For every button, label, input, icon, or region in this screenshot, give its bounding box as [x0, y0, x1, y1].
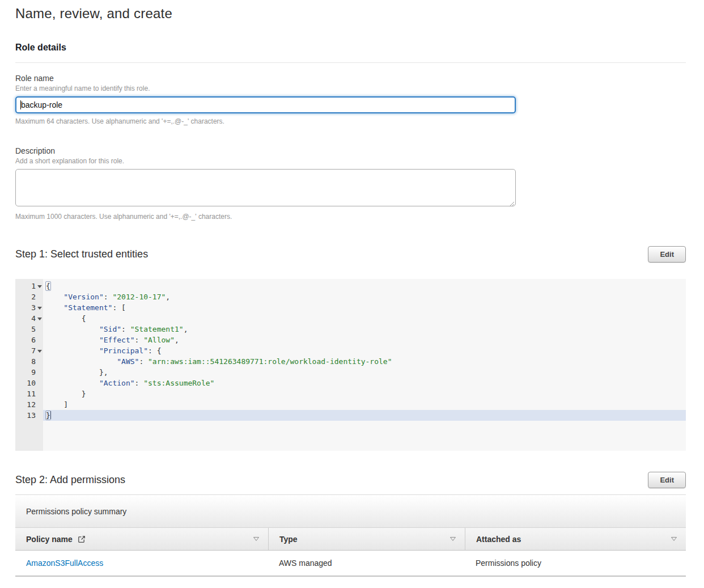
code-line[interactable]: 3 "Statement": [ [15, 302, 686, 313]
policy-type-cell: AWS managed [268, 559, 465, 568]
table-row: AmazonS3FullAccess AWS managed Permissio… [15, 551, 686, 577]
line-number: 4 [15, 313, 43, 324]
code-line[interactable]: 12 ] [15, 399, 686, 410]
role-details-heading: Role details [15, 43, 686, 53]
divider [15, 62, 686, 63]
role-name-constraint: Maximum 64 characters. Use alphanumeric … [15, 117, 686, 125]
code-line[interactable]: 5 "Sid": "Statement1", [15, 324, 686, 335]
code-line[interactable]: 13} [15, 410, 686, 421]
code-text: { [43, 281, 686, 291]
code-text: }, [43, 367, 686, 378]
code-text: } [43, 410, 686, 421]
fold-arrow-icon[interactable] [37, 307, 42, 310]
step2-heading: Step 2: Add permissions [15, 474, 125, 486]
line-number: 13 [15, 410, 43, 421]
step1-header-row: Step 1: Select trusted entities Edit [15, 246, 686, 263]
line-number: 2 [15, 291, 43, 302]
permissions-table-header: Policy name Type Attached as [15, 527, 686, 551]
page-title: Name, review, and create [15, 6, 686, 22]
column-header-attached-as[interactable]: Attached as [465, 528, 686, 550]
description-hint: Add a short explanation for this role. [15, 157, 686, 165]
role-name-input-wrap [15, 96, 516, 113]
code-text: "Principal": { [43, 345, 686, 356]
step1-heading: Step 1: Select trusted entities [15, 248, 148, 260]
description-textarea[interactable] [15, 169, 516, 206]
column-header-type[interactable]: Type [268, 528, 465, 550]
line-number: 7 [15, 345, 43, 356]
role-name-label: Role name [15, 74, 686, 83]
editor-lines: 1{2 "Version": "2012-10-17",3 "Statement… [15, 279, 686, 421]
code-line[interactable]: 8 "AWS": "arn:aws:iam::541263489771:role… [15, 356, 686, 367]
line-number: 5 [15, 324, 43, 335]
code-line[interactable]: 10 "Action": "sts:AssumeRole" [15, 378, 686, 388]
code-text: "Effect": "Allow", [43, 335, 686, 345]
column-header-policy-name[interactable]: Policy name [15, 528, 268, 550]
code-line[interactable]: 11 } [15, 388, 686, 399]
text-cursor [20, 100, 21, 109]
description-label: Description [15, 146, 686, 155]
code-text: "Sid": "Statement1", [43, 324, 686, 335]
role-name-input[interactable] [15, 96, 516, 113]
sort-icon[interactable] [253, 536, 260, 542]
code-text: "Statement": [ [43, 302, 686, 313]
column-label: Type [279, 535, 298, 544]
editor-cursor [50, 411, 51, 419]
permissions-panel-title: Permissions policy summary [26, 507, 126, 516]
policy-link[interactable]: AmazonS3FullAccess [26, 559, 103, 568]
page-content: Name, review, and create Role details Ro… [0, 0, 704, 577]
line-number: 8 [15, 356, 43, 367]
code-text: ] [43, 399, 686, 410]
column-label: Attached as [476, 535, 521, 544]
step2-edit-button[interactable]: Edit [648, 472, 686, 488]
code-text: "Version": "2012-10-17", [43, 291, 686, 302]
line-number: 1 [15, 281, 43, 291]
code-line[interactable]: 2 "Version": "2012-10-17", [15, 291, 686, 302]
step2-header-row: Step 2: Add permissions Edit [15, 472, 686, 488]
line-number: 3 [15, 302, 43, 313]
role-name-hint: Enter a meaningful name to identify this… [15, 84, 686, 92]
code-line[interactable]: 9 }, [15, 367, 686, 378]
column-label: Policy name [26, 535, 73, 544]
trust-policy-editor[interactable]: 1{2 "Version": "2012-10-17",3 "Statement… [15, 279, 686, 451]
fold-arrow-icon[interactable] [37, 285, 42, 288]
description-textarea-wrap [15, 169, 516, 209]
line-number: 9 [15, 367, 43, 378]
policy-name-cell: AmazonS3FullAccess [15, 559, 268, 568]
code-line[interactable]: 4 { [15, 313, 686, 324]
line-number: 12 [15, 399, 43, 410]
line-number: 11 [15, 388, 43, 399]
code-text: } [43, 388, 686, 399]
fold-arrow-icon[interactable] [37, 350, 42, 353]
step1-edit-button[interactable]: Edit [648, 246, 686, 263]
code-text: "Action": "sts:AssumeRole" [43, 378, 686, 388]
code-line[interactable]: 7 "Principal": { [15, 345, 686, 356]
code-line[interactable]: 1{ [15, 281, 686, 291]
code-line[interactable]: 6 "Effect": "Allow", [15, 335, 686, 345]
line-number: 10 [15, 378, 43, 388]
fold-arrow-icon[interactable] [37, 318, 42, 320]
code-text: { [43, 313, 686, 324]
sort-icon[interactable] [449, 536, 456, 542]
sort-icon[interactable] [671, 536, 677, 542]
code-text: "AWS": "arn:aws:iam::541263489771:role/w… [43, 356, 686, 367]
line-number: 6 [15, 335, 43, 345]
external-link-icon [78, 535, 86, 543]
permissions-panel-header: Permissions policy summary [15, 495, 686, 527]
attached-as-cell: Permissions policy [465, 559, 686, 568]
description-constraint: Maximum 1000 characters. Use alphanumeri… [15, 213, 686, 221]
